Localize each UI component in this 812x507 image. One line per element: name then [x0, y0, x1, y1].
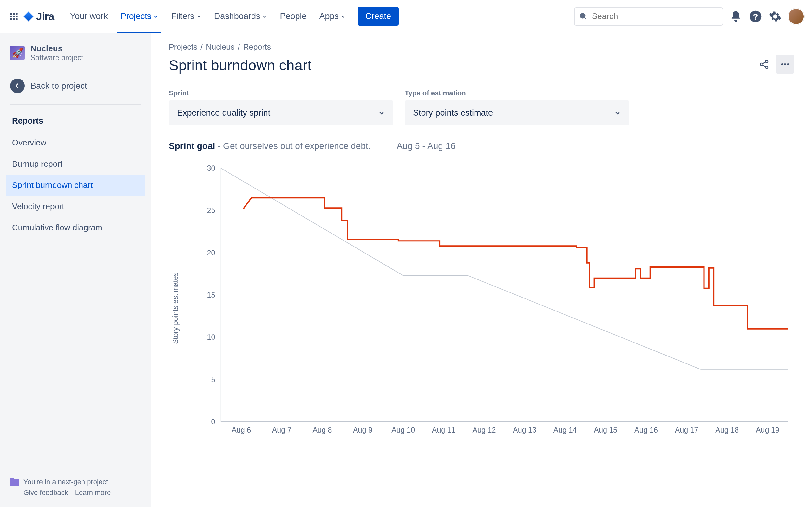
svg-rect-3 [10, 15, 12, 17]
chevron-down-icon [196, 14, 201, 19]
project-subtitle: Software project [31, 54, 83, 62]
svg-point-13 [765, 60, 768, 63]
jira-logo[interactable]: Jira [23, 10, 54, 22]
chart-svg: 051015202530Aug 6Aug 7Aug 8Aug 9Aug 10Au… [183, 165, 794, 450]
nav-item-projects[interactable]: Projects [115, 0, 164, 33]
nav-item-apps[interactable]: Apps [314, 0, 352, 33]
breadcrumbs: Projects / Nucleus / Reports [169, 43, 311, 52]
jira-logo-text: Jira [36, 10, 54, 22]
svg-rect-8 [16, 18, 18, 20]
burndown-chart: Story points estimates 051015202530Aug 6… [169, 165, 794, 452]
sprint-dropdown-value: Experience quality sprint [177, 108, 270, 118]
svg-text:Aug 8: Aug 8 [312, 426, 332, 434]
estimation-filter-label: Type of estimation [405, 89, 629, 97]
svg-text:Aug 18: Aug 18 [715, 426, 739, 434]
project-name: Nucleus [31, 44, 83, 54]
svg-text:Aug 7: Aug 7 [272, 426, 292, 434]
sidebar-item-sprint-burndown-chart[interactable]: Sprint burndown chart [6, 175, 145, 196]
svg-rect-1 [13, 13, 15, 14]
estimation-dropdown[interactable]: Story points estimate [405, 101, 629, 125]
search-box [574, 7, 723, 26]
svg-rect-4 [13, 15, 15, 17]
svg-text:5: 5 [211, 376, 215, 384]
nav-item-filters[interactable]: Filters [165, 0, 207, 33]
svg-point-14 [760, 63, 763, 66]
svg-text:Aug 14: Aug 14 [554, 426, 577, 434]
project-icon: 🚀 [10, 46, 25, 60]
sidebar-list: Reports OverviewBurnup reportSprint burn… [6, 110, 145, 238]
project-type-icon [10, 479, 19, 486]
sidebar: 🚀 Nucleus Software project Back to proje… [0, 33, 151, 507]
svg-text:Aug 11: Aug 11 [432, 426, 455, 434]
share-button[interactable] [755, 55, 773, 73]
svg-text:15: 15 [207, 291, 215, 299]
search-icon [579, 12, 588, 20]
svg-text:Aug 15: Aug 15 [594, 426, 617, 434]
chevron-down-icon [262, 14, 267, 19]
settings-icon[interactable] [768, 9, 782, 23]
sprint-filter-label: Sprint [169, 89, 393, 97]
svg-point-20 [787, 63, 789, 65]
back-label: Back to project [31, 81, 87, 91]
search-input[interactable] [574, 7, 723, 26]
svg-rect-0 [10, 13, 12, 14]
svg-text:Aug 10: Aug 10 [392, 426, 415, 434]
svg-line-10 [584, 17, 586, 19]
notifications-icon[interactable] [729, 9, 743, 23]
create-button[interactable]: Create [358, 7, 399, 26]
svg-text:Aug 6: Aug 6 [232, 426, 251, 434]
back-arrow-icon [10, 78, 25, 93]
chevron-down-icon [153, 14, 158, 19]
svg-point-15 [765, 66, 768, 68]
breadcrumb-projects[interactable]: Projects [169, 43, 197, 52]
content-area: Projects / Nucleus / Reports Sprint burn… [151, 33, 812, 507]
estimation-dropdown-value: Story points estimate [413, 108, 493, 118]
sidebar-footer: You're in a next-gen project Give feedba… [6, 473, 145, 498]
svg-text:Aug 17: Aug 17 [675, 426, 699, 434]
learn-more-link[interactable]: Learn more [75, 489, 111, 497]
svg-text:25: 25 [207, 206, 215, 215]
nav-item-people[interactable]: People [274, 0, 312, 33]
svg-text:Aug 9: Aug 9 [353, 426, 372, 434]
top-nav: Jira Your workProjectsFiltersDashboardsP… [0, 0, 812, 33]
app-switcher-icon[interactable] [8, 10, 20, 23]
sprint-dates: Aug 5 - Aug 16 [397, 141, 455, 151]
more-actions-button[interactable] [776, 55, 794, 73]
svg-text:?: ? [753, 11, 758, 21]
y-axis-label: Story points estimates [169, 165, 183, 452]
project-header[interactable]: 🚀 Nucleus Software project [6, 42, 145, 69]
sidebar-item-burnup-report[interactable]: Burnup report [6, 153, 145, 175]
svg-text:30: 30 [207, 165, 215, 172]
svg-line-17 [763, 65, 765, 66]
sprint-dropdown[interactable]: Experience quality sprint [169, 101, 393, 125]
nav-item-dashboards[interactable]: Dashboards [208, 0, 273, 33]
sidebar-item-velocity-report[interactable]: Velocity report [6, 196, 145, 217]
svg-text:Aug 13: Aug 13 [513, 426, 537, 434]
svg-text:0: 0 [211, 418, 215, 426]
breadcrumb-nucleus[interactable]: Nucleus [206, 43, 235, 52]
svg-text:Aug 19: Aug 19 [756, 426, 779, 434]
nav-item-your-work[interactable]: Your work [64, 0, 113, 33]
svg-line-16 [763, 62, 765, 64]
sidebar-heading-reports: Reports [6, 110, 145, 131]
user-avatar[interactable] [788, 8, 804, 25]
chevron-down-icon [378, 109, 385, 116]
svg-text:Aug 16: Aug 16 [635, 426, 658, 434]
chevron-down-icon [614, 109, 621, 116]
give-feedback-link[interactable]: Give feedback [23, 489, 68, 497]
svg-rect-2 [16, 13, 18, 14]
footer-notice: You're in a next-gen project [23, 478, 111, 486]
svg-rect-5 [16, 15, 18, 17]
breadcrumb-reports[interactable]: Reports [243, 43, 271, 52]
svg-point-9 [580, 13, 585, 18]
svg-text:Aug 12: Aug 12 [472, 426, 496, 434]
nav-items: Your workProjectsFiltersDashboardsPeople… [64, 0, 351, 33]
chevron-down-icon [341, 14, 346, 19]
help-icon[interactable]: ? [749, 9, 763, 23]
back-to-project-link[interactable]: Back to project [6, 73, 145, 98]
svg-point-18 [781, 63, 783, 65]
page-title: Sprint burndown chart [169, 57, 311, 74]
svg-text:20: 20 [207, 249, 215, 257]
sidebar-item-cumulative-flow-diagram[interactable]: Cumulative flow diagram [6, 217, 145, 238]
sidebar-item-overview[interactable]: Overview [6, 132, 145, 153]
